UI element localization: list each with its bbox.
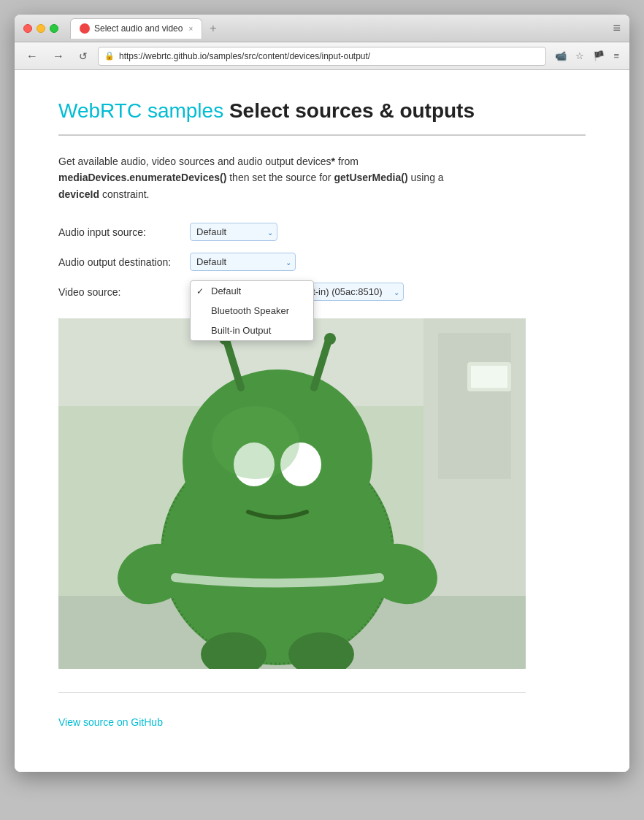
audio-output-select[interactable]: Default Bluetooth Speaker Built-in Outpu… [190,253,296,271]
tab-favicon [80,23,90,34]
tab-bar: Select audio and video × + [70,18,607,39]
audio-input-row: Audio input source: Default ⌄ [58,223,586,241]
menu-icon: ≡ [613,20,621,36]
github-link[interactable]: View source on GitHub [58,716,163,728]
address-bar[interactable]: 🔒 https://webrtc.github.io/samples/src/c… [98,47,546,66]
chrome-menu-icon[interactable]: ≡ [610,49,622,63]
code3: deviceId [58,188,99,200]
audio-input-select[interactable]: Default [190,223,277,241]
svg-point-20 [212,406,299,479]
code1: mediaDevices.enumerateDevices() [58,172,226,183]
audio-output-dropdown[interactable]: Default Bluetooth Speaker Built-in Outpu… [190,280,314,341]
lock-icon: 🔒 [104,51,115,61]
traffic-lights [23,24,58,33]
video-preview [58,318,526,669]
dropdown-item-builtin[interactable]: Built-in Output [191,321,313,340]
audio-output-select-wrapper: Default Bluetooth Speaker Built-in Outpu… [190,253,296,271]
extensions-icon[interactable]: 🏴 [590,49,607,63]
new-tab-button[interactable]: + [205,22,221,35]
tab-title: Select audio and video [94,23,183,34]
page-title-prefix: WebRTC samples [58,99,223,122]
android-mascot-scene [58,318,526,669]
active-tab[interactable]: Select audio and video × [70,18,202,39]
page-title: WebRTC samples Select sources & outputs [58,99,586,136]
page-title-bold: Select sources & outputs [229,99,475,122]
svg-point-13 [324,333,336,345]
asterisk: * [331,156,335,167]
page-description: Get available audio, video sources and a… [58,153,526,202]
audio-output-row: Audio output destination: Default Blueto… [58,253,586,271]
dropdown-item-bluetooth[interactable]: Bluetooth Speaker [191,301,313,321]
browser-window: Select audio and video × + ≡ ← → ↺ 🔒 htt… [15,15,629,772]
nav-actions: 📹 ☆ 🏴 ≡ [552,49,622,63]
dropdown-item-default[interactable]: Default [191,281,313,301]
close-button[interactable] [23,24,32,33]
refresh-button[interactable]: ↺ [74,49,92,64]
video-source-label: Video source: [58,286,190,298]
code2: getUserMedia() [334,172,407,183]
nav-bar: ← → ↺ 🔒 https://webrtc.github.io/samples… [15,42,629,70]
page-content: WebRTC samples Select sources & outputs … [15,70,629,772]
minimize-button[interactable] [37,24,45,33]
camera-icon[interactable]: 📹 [552,49,570,63]
address-text: https://webrtc.github.io/samples/src/con… [119,51,370,61]
audio-input-select-wrapper: Default ⌄ [190,223,277,241]
bookmark-icon[interactable]: ☆ [572,49,587,63]
audio-output-label: Audio output destination: [58,256,190,268]
forward-button[interactable]: → [48,48,69,64]
svg-rect-6 [471,366,507,388]
tab-close-button[interactable]: × [188,25,193,33]
svg-rect-3 [438,333,511,479]
audio-input-label: Audio input source: [58,226,190,238]
video-source-row: Video source: FaceTime HD Camera (Built-… [58,283,586,301]
maximize-button[interactable] [50,24,58,33]
controls-section: Audio input source: Default ⌄ Audio outp… [58,223,586,301]
page-divider [58,692,526,693]
title-bar: Select audio and video × + ≡ [15,15,629,42]
back-button[interactable]: ← [22,48,42,64]
